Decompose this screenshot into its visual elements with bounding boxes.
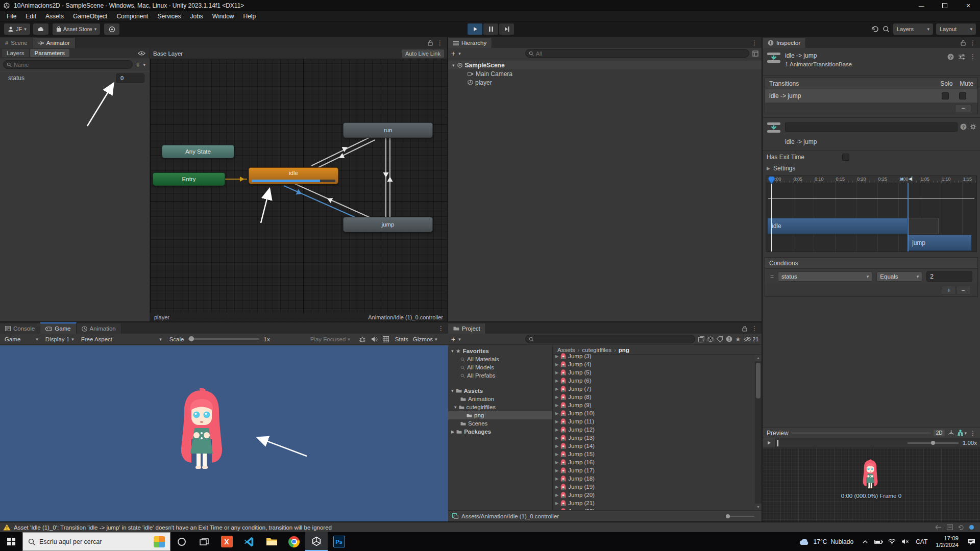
project-file-row[interactable]: ▶ Jump (6) xyxy=(553,377,755,385)
expand-arrow-icon[interactable]: ▶ xyxy=(555,444,558,448)
expand-arrow-icon[interactable]: ▶ xyxy=(555,501,558,506)
timeline-ruler[interactable]: 0:000:050:100:150:200:251:001:051:101:15 xyxy=(766,176,976,183)
project-file-row[interactable]: ▶ Jump (16) xyxy=(553,458,755,466)
lock-icon[interactable] xyxy=(428,40,433,46)
hidden-count-indicator[interactable]: 21 xyxy=(744,336,758,342)
layers-tab[interactable]: Layers xyxy=(2,49,29,57)
hierarchy-search-input[interactable]: All xyxy=(525,49,749,58)
cortana-button[interactable] xyxy=(170,532,193,551)
play-button[interactable] xyxy=(468,23,482,35)
lock-icon[interactable] xyxy=(961,40,966,46)
taskbar-app-x[interactable]: X xyxy=(215,532,238,551)
preview-scrub-handle[interactable] xyxy=(777,440,778,446)
aspect-dropdown[interactable]: Free Aspect▾ xyxy=(79,336,164,342)
tree-packages[interactable]: ▶Packages xyxy=(448,428,552,436)
scale-slider[interactable] xyxy=(188,338,259,340)
play-focused-dropdown[interactable]: Play Focused▾ xyxy=(308,336,353,342)
transition-start-marker-icon[interactable]: ◀ xyxy=(900,177,903,181)
presets-icon[interactable] xyxy=(959,54,965,60)
help-icon[interactable]: ? xyxy=(947,54,954,60)
project-file-row[interactable]: ▶ Jump (15) xyxy=(553,450,755,458)
tree-cutegirlfiles-folder[interactable]: ▾cutegirlfiles xyxy=(448,403,552,411)
settings-foldout[interactable]: ▶ Settings xyxy=(763,163,980,173)
search-highlight-icon[interactable] xyxy=(154,536,165,547)
taskbar-app-unity-active[interactable] xyxy=(305,532,328,551)
project-file-row[interactable]: ▶ Jump (3) xyxy=(553,352,755,360)
project-menu-icon[interactable]: ⋮ xyxy=(751,325,757,332)
editor-status-bar[interactable]: Asset 'Idle (1)_0': Transition 'idle -> … xyxy=(0,521,980,532)
stats-button[interactable]: Stats xyxy=(395,336,408,342)
menu-services[interactable]: Services xyxy=(153,13,185,20)
clock-widget[interactable]: 17:09 1/2/2024 xyxy=(932,535,963,548)
task-view-button[interactable] xyxy=(193,532,215,551)
create-asset-caret-icon[interactable]: ▾ xyxy=(458,337,461,342)
expand-arrow-icon[interactable]: ▶ xyxy=(555,419,558,424)
expand-arrow-icon[interactable]: ▶ xyxy=(555,403,558,408)
vsync-grid-icon[interactable] xyxy=(383,336,389,342)
tab-inspector[interactable]: Inspector xyxy=(763,38,806,48)
gear-icon[interactable] xyxy=(970,123,976,130)
hierarchy-row-main-camera[interactable]: Main Camera xyxy=(448,69,762,78)
alert-filter-icon[interactable] xyxy=(726,336,732,342)
tray-expand-icon[interactable] xyxy=(859,532,872,551)
taskbar-app-photoshop[interactable]: Ps xyxy=(328,532,350,551)
menu-assets[interactable]: Assets xyxy=(41,13,68,20)
transition-timeline[interactable]: 0:000:050:100:150:200:251:001:051:101:15… xyxy=(766,176,977,252)
project-file-row[interactable]: ▶ Jump (20) xyxy=(553,491,755,499)
menu-jobs[interactable]: Jobs xyxy=(185,13,207,20)
animator-menu-icon[interactable]: ⋮ xyxy=(437,39,443,46)
game-display-mode-dropdown[interactable]: Game▾ xyxy=(2,336,41,342)
expand-arrow-icon[interactable]: ▶ xyxy=(555,460,558,465)
remove-transition-button[interactable]: − xyxy=(955,104,971,112)
favorites-filter-icon[interactable]: ★ xyxy=(736,336,741,343)
tab-hierarchy[interactable]: Hierarchy xyxy=(448,38,492,48)
game-viewport[interactable] xyxy=(0,345,448,521)
hierarchy-menu-icon[interactable]: ⋮ xyxy=(751,39,757,46)
scene-picker-icon[interactable] xyxy=(752,51,758,57)
state-idle[interactable]: idle xyxy=(249,167,338,184)
battery-icon[interactable] xyxy=(872,532,885,551)
expand-arrow-icon[interactable]: ▶ xyxy=(555,362,558,367)
help-icon[interactable]: ? xyxy=(960,123,967,130)
volume-muted-icon[interactable] xyxy=(898,532,912,551)
state-any-state[interactable]: Any State xyxy=(162,145,234,158)
tree-all-models[interactable]: All Models xyxy=(448,363,552,371)
project-file-row[interactable]: ▶ Jump (10) xyxy=(553,409,755,417)
expand-arrow-icon[interactable]: ▶ xyxy=(555,485,558,489)
hierarchy-row-player[interactable]: player xyxy=(448,78,762,87)
menu-help[interactable]: Help xyxy=(239,13,261,20)
tree-png-folder-selected[interactable]: png xyxy=(448,411,552,419)
project-file-row[interactable]: ▶ Jump (12) xyxy=(553,425,755,434)
transition-end-marker-icon[interactable]: ◀▏ xyxy=(909,177,915,181)
project-scrollbar[interactable]: ▲ ▼ xyxy=(755,355,762,510)
tab-animator[interactable]: Animator xyxy=(33,38,76,48)
project-file-row[interactable]: ▶ Jump (14) xyxy=(553,442,755,450)
tree-scenes-folder[interactable]: Scenes xyxy=(448,419,552,428)
scroll-up-icon[interactable]: ▲ xyxy=(755,355,762,361)
preview-menu-icon[interactable]: ⋮ xyxy=(970,430,976,437)
preview-play-button[interactable] xyxy=(763,438,776,447)
project-file-row[interactable]: ▶ Jump (18) xyxy=(553,474,755,483)
preview-drag-handle[interactable] xyxy=(792,432,930,434)
action-center-icon[interactable] xyxy=(963,532,980,551)
project-file-row[interactable]: ▶ Jump (4) xyxy=(553,360,755,368)
keyboard-language[interactable]: CAT xyxy=(912,538,932,545)
tree-assets[interactable]: ▾Assets xyxy=(448,387,552,395)
maximize-button[interactable] xyxy=(933,0,957,11)
lock-icon[interactable] xyxy=(742,325,747,332)
account-menu[interactable]: JF▾ xyxy=(4,23,30,35)
expand-arrow-icon[interactable]: ▶ xyxy=(555,354,558,359)
parameter-search-input[interactable]: Name xyxy=(3,60,133,69)
expand-arrow-icon[interactable]: ▶ xyxy=(555,387,558,391)
expand-arrow-icon[interactable]: ▶ xyxy=(555,379,558,383)
add-condition-button[interactable]: + xyxy=(942,286,956,294)
transition-row[interactable]: idle -> jump xyxy=(765,89,977,103)
animator-graph[interactable]: Base Layer Auto Live Link xyxy=(150,48,447,321)
preview-speed-slider[interactable] xyxy=(908,442,959,444)
tab-animation[interactable]: Animation xyxy=(77,323,121,334)
expand-arrow-icon[interactable]: ▶ xyxy=(555,411,558,416)
taskbar-app-chrome[interactable] xyxy=(283,532,305,551)
game-menu-icon[interactable]: ⋮ xyxy=(438,325,444,332)
label-tag-icon[interactable] xyxy=(717,336,723,342)
status-warning-text[interactable]: Asset 'Idle (1)_0': Transition 'idle -> … xyxy=(14,524,332,531)
